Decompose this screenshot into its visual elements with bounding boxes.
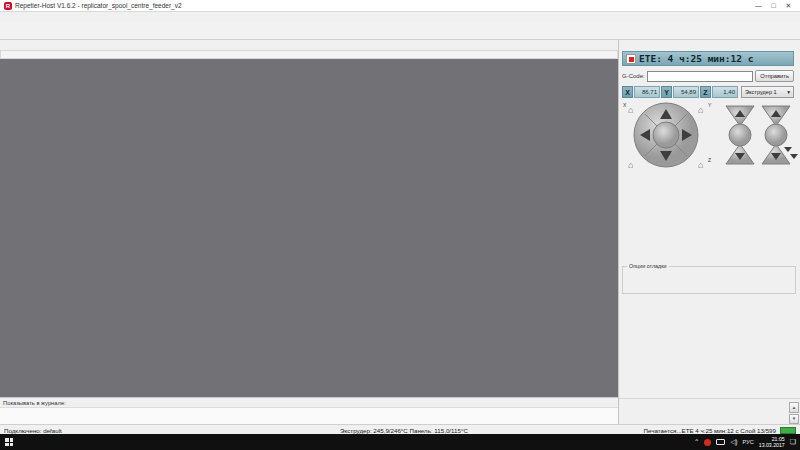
print-status: Печатается...ETE 4 ч:25 мин:12 с Слой 13…: [644, 427, 776, 434]
start-button[interactable]: [0, 434, 18, 450]
tray-display-icon[interactable]: [716, 439, 725, 445]
z-coord-value: 1,40: [712, 86, 738, 98]
ete-time: ETE: 4 ч:25 мин:12 с: [639, 53, 753, 64]
jog-x-axis-label: X: [623, 102, 627, 108]
scroll-down-button[interactable]: ▼: [789, 414, 799, 425]
extruder-jog-center[interactable]: [765, 124, 787, 146]
main-toolbar: [0, 21, 800, 40]
control-panel: ETE: 4 ч:25 мин:12 с G-Code: Отправить X…: [618, 40, 800, 424]
y-coord-value: 54,89: [673, 86, 699, 98]
send-gcode-button[interactable]: Отправить: [755, 70, 794, 82]
printer-status-icon: [626, 54, 636, 64]
jog-y-axis-label: Y: [708, 102, 712, 108]
maximize-button[interactable]: □: [766, 2, 781, 10]
temperature-status: Экструдер: 245,9/246°C Панель: 115,0/115…: [340, 427, 468, 434]
jog-controls: ⌂ X ⌂ Y ⌂ ⌂ Z: [622, 100, 798, 170]
debug-options-title: Опции отладки: [627, 263, 669, 269]
y-coord-label: Y: [661, 86, 672, 98]
log-show-label: Показывать в журнале:: [3, 400, 66, 406]
print-progress-bar: [780, 427, 796, 434]
minimize-button[interactable]: —: [751, 2, 766, 10]
connection-status: Подключено: default: [4, 427, 62, 434]
x-coord-label: X: [622, 86, 633, 98]
z-coord-label: Z: [700, 86, 711, 98]
log-filter-bar: Показывать в журнале:: [0, 398, 618, 408]
debug-options-group: Опции отладки: [622, 266, 796, 294]
tray-alert-icon[interactable]: [704, 439, 711, 446]
tray-volume-icon[interactable]: ◁): [730, 438, 737, 446]
window-title: Repetier-Host V1.6.2 - replicator_spool_…: [15, 2, 182, 9]
app-icon: R: [4, 2, 12, 10]
jog-z-center[interactable]: [729, 124, 751, 146]
chevron-down-icon: ▾: [787, 89, 790, 95]
left-tab-strip: [0, 40, 2, 50]
ete-bar: ETE: 4 ч:25 мин:12 с: [622, 51, 794, 66]
home-x-button[interactable]: ⌂: [628, 105, 633, 115]
panel-scrollbar: ▲ ▼: [789, 402, 799, 424]
close-button[interactable]: ✕: [781, 2, 796, 10]
tray-notifications-icon[interactable]: ❏: [790, 438, 796, 446]
menu-bar: [0, 12, 800, 21]
tray-language[interactable]: РУС: [743, 439, 754, 445]
home-all-button[interactable]: ⌂: [628, 160, 633, 170]
repetier-host-window: R Repetier-Host V1.6.2 - replicator_spoo…: [0, 0, 800, 450]
home-z-button[interactable]: ⌂: [698, 160, 703, 170]
coordinates-row: X 86,71 Y 54,89 Z 1,40 Экструдер 1▾: [622, 86, 794, 98]
gcode-row: G-Code: Отправить: [622, 70, 794, 82]
jog-z-axis-label: Z: [708, 157, 711, 163]
x-coord-value: 86,71: [634, 86, 660, 98]
home-y-button[interactable]: ⌂: [698, 105, 703, 115]
windows-taskbar: ⌃ ◁) РУС 21:05 13.03.2017 ❏: [0, 434, 800, 450]
jog-center-button[interactable]: [653, 122, 679, 148]
gcode-label: G-Code:: [622, 73, 645, 79]
status-bar: Подключено: default Экструдер: 245,9/246…: [0, 424, 800, 434]
gcode-input[interactable]: [647, 71, 754, 82]
extruder-select[interactable]: Экструдер 1▾: [741, 86, 794, 98]
temperature-charts-area: [0, 59, 618, 397]
tray-chevron-icon[interactable]: ⌃: [694, 438, 699, 446]
title-bar: R Repetier-Host V1.6.2 - replicator_spoo…: [0, 0, 800, 12]
tray-clock[interactable]: 21:05 13.03.2017: [759, 436, 785, 448]
chart-toolbar: [0, 50, 618, 59]
system-tray: ⌃ ◁) РУС 21:05 13.03.2017 ❏: [694, 436, 800, 448]
log-panel: Показывать в журнале:: [0, 397, 618, 424]
scroll-up-button[interactable]: ▲: [789, 402, 799, 413]
